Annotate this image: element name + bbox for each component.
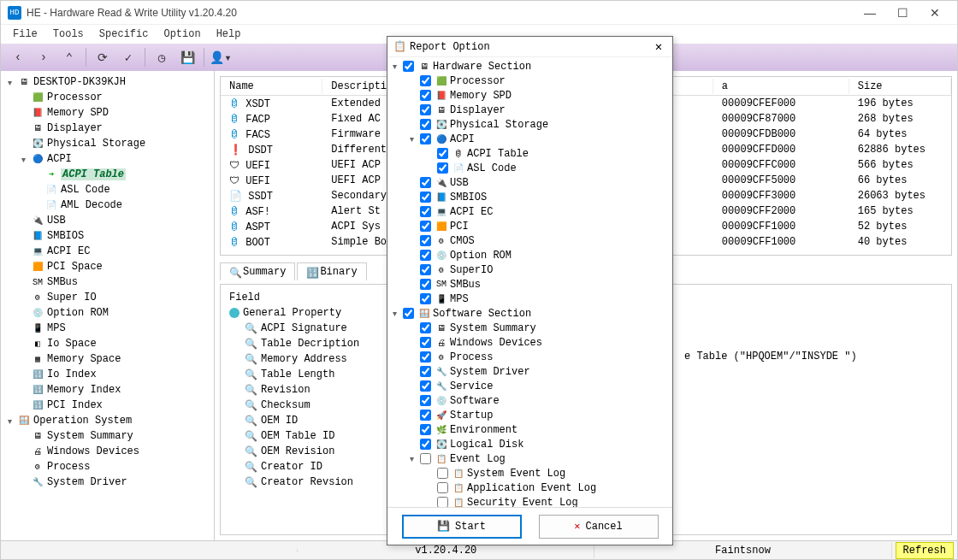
tree-item[interactable]: 📄ASL Code xyxy=(3,182,212,197)
tree-item[interactable]: 🔢PCI Index xyxy=(3,398,212,413)
tree-item[interactable]: 🟧PCI Space xyxy=(3,259,212,274)
tree-item[interactable]: 🔢Io Index xyxy=(3,367,212,382)
option-checkbox[interactable] xyxy=(420,250,431,261)
report-option-item[interactable]: ▾📋Event Log xyxy=(391,451,669,466)
caret-icon[interactable]: ▾ xyxy=(18,155,28,164)
sidebar-tree[interactable]: ▾ 🖥 DESKTOP-DK39KJH 🟩Processor📕Memory SP… xyxy=(1,71,215,540)
tree-item[interactable]: ⚙Process xyxy=(3,459,212,475)
refresh-button[interactable]: ⟳ xyxy=(91,46,115,68)
tree-item[interactable]: ➜ACPI Table xyxy=(3,167,212,182)
tree-item[interactable]: 🖨Windows Devices xyxy=(3,444,212,459)
refresh-button[interactable]: Refresh xyxy=(896,542,954,559)
cancel-button[interactable]: ✕ Cancel xyxy=(539,515,659,539)
option-checkbox[interactable] xyxy=(420,439,431,450)
tree-item[interactable]: 📘SMBIOS xyxy=(3,228,212,244)
report-option-item[interactable]: 🛢ACPI Table xyxy=(391,146,669,161)
option-checkbox[interactable] xyxy=(420,337,431,348)
maximize-button[interactable]: ☐ xyxy=(887,3,918,23)
option-checkbox[interactable] xyxy=(437,497,448,507)
option-checkbox[interactable] xyxy=(437,482,448,493)
tab-binary[interactable]: 🔢 Binary xyxy=(297,262,366,280)
tree-item[interactable]: ▾🔵ACPI xyxy=(3,151,212,167)
option-checkbox[interactable] xyxy=(420,395,431,406)
check-button[interactable]: ✓ xyxy=(116,46,140,68)
report-option-item[interactable]: 📱MPS xyxy=(391,292,669,306)
col-name[interactable]: Name xyxy=(221,79,322,94)
forward-button[interactable]: › xyxy=(32,46,56,68)
tree-root[interactable]: ▾ 🖥 DESKTOP-DK39KJH xyxy=(3,74,212,90)
tree-item[interactable]: 🔢Memory Index xyxy=(3,382,212,398)
option-checkbox[interactable] xyxy=(420,380,431,392)
option-checkbox[interactable] xyxy=(420,410,431,421)
col-addr[interactable]: a xyxy=(713,79,849,94)
dialog-tree[interactable]: ▾🖥Hardware Section🟩Processor📕Memory SPD🖥… xyxy=(387,57,672,507)
tree-item[interactable]: 🔧System Driver xyxy=(3,475,212,490)
option-checkbox[interactable] xyxy=(437,162,448,174)
report-option-item[interactable]: 🖥System Summary xyxy=(391,321,669,335)
option-checkbox[interactable] xyxy=(420,90,431,101)
caret-icon[interactable]: ▾ xyxy=(393,309,401,318)
option-checkbox[interactable] xyxy=(420,235,431,246)
option-checkbox[interactable] xyxy=(420,221,431,232)
tree-item[interactable]: ◧Io Space xyxy=(3,336,212,351)
report-option-item[interactable]: 📄ASL Code xyxy=(391,161,669,175)
option-checkbox[interactable] xyxy=(420,453,431,464)
option-checkbox[interactable] xyxy=(403,61,414,72)
report-option-item[interactable]: 💻ACPI EC xyxy=(391,204,669,219)
report-option-item[interactable]: 🌿Environment xyxy=(391,422,669,437)
report-option-item[interactable]: 🔧System Driver xyxy=(391,364,669,379)
tree-item[interactable]: 📄AML Decode xyxy=(3,197,212,213)
report-option-item[interactable]: 🟧PCI xyxy=(391,219,669,233)
report-option-item[interactable]: 📋Security Event Log xyxy=(391,495,669,507)
start-button[interactable]: 💾 Start xyxy=(402,515,522,539)
option-checkbox[interactable] xyxy=(420,119,431,130)
report-option-item[interactable]: 💿Software xyxy=(391,393,669,408)
option-checkbox[interactable] xyxy=(420,279,431,290)
caret-icon[interactable]: ▾ xyxy=(410,454,418,463)
caret-icon[interactable]: ▾ xyxy=(4,416,15,426)
tree-item[interactable]: 📕Memory SPD xyxy=(3,105,212,121)
report-option-item[interactable]: SMSMBus xyxy=(391,277,669,292)
tree-item[interactable]: 💿Option ROM xyxy=(3,305,212,321)
report-option-item[interactable]: ⚙CMOS xyxy=(391,233,669,248)
back-button[interactable]: ‹ xyxy=(6,46,30,68)
report-option-item[interactable]: 🔧Service xyxy=(391,379,669,393)
menu-specific[interactable]: Specific xyxy=(92,27,156,42)
option-checkbox[interactable] xyxy=(420,424,431,435)
report-option-item[interactable]: 📋System Event Log xyxy=(391,466,669,480)
report-option-item[interactable]: 💽Logical Disk xyxy=(391,437,669,451)
tree-item[interactable]: 🖥Displayer xyxy=(3,121,212,136)
caret-icon[interactable]: ▾ xyxy=(4,78,15,87)
caret-icon[interactable]: ▾ xyxy=(410,134,418,144)
tree-item[interactable]: ▾🪟Operation System xyxy=(3,413,212,428)
report-option-item[interactable]: 📋Application Event Log xyxy=(391,480,669,495)
menu-tools[interactable]: Tools xyxy=(46,27,91,42)
menu-option[interactable]: Option xyxy=(157,27,207,42)
tree-item[interactable]: SMSMBus xyxy=(3,274,212,290)
option-checkbox[interactable] xyxy=(437,148,448,159)
clock-button[interactable]: ◷ xyxy=(150,46,174,68)
report-option-item[interactable]: ⚙Process xyxy=(391,350,669,364)
close-button[interactable]: ✕ xyxy=(920,3,950,23)
option-checkbox[interactable] xyxy=(420,177,431,188)
report-option-item[interactable]: ▾🔵ACPI xyxy=(391,132,669,146)
option-checkbox[interactable] xyxy=(403,308,414,319)
option-checkbox[interactable] xyxy=(420,75,431,86)
option-checkbox[interactable] xyxy=(437,468,448,479)
user-button[interactable]: 👤▾ xyxy=(209,46,233,68)
minimize-button[interactable]: — xyxy=(855,3,885,23)
save-button[interactable]: 💾 xyxy=(175,46,199,68)
report-option-item[interactable]: 💽Physical Storage xyxy=(391,117,669,132)
menu-help[interactable]: Help xyxy=(210,27,248,42)
tree-item[interactable]: ⚙Super IO xyxy=(3,290,212,305)
tree-item[interactable]: ▦Memory Space xyxy=(3,351,212,367)
report-option-item[interactable]: 💿Option ROM xyxy=(391,248,669,262)
report-option-item[interactable]: 📕Memory SPD xyxy=(391,88,669,103)
tree-item[interactable]: 📱MPS xyxy=(3,321,212,336)
tree-item[interactable]: 💽Physical Storage xyxy=(3,136,212,151)
report-option-item[interactable]: 🖥Displayer xyxy=(391,103,669,117)
tree-item[interactable]: 💻ACPI EC xyxy=(3,244,212,259)
menu-file[interactable]: File xyxy=(6,27,44,42)
up-button[interactable]: ⌃ xyxy=(57,46,81,68)
option-checkbox[interactable] xyxy=(420,366,431,377)
